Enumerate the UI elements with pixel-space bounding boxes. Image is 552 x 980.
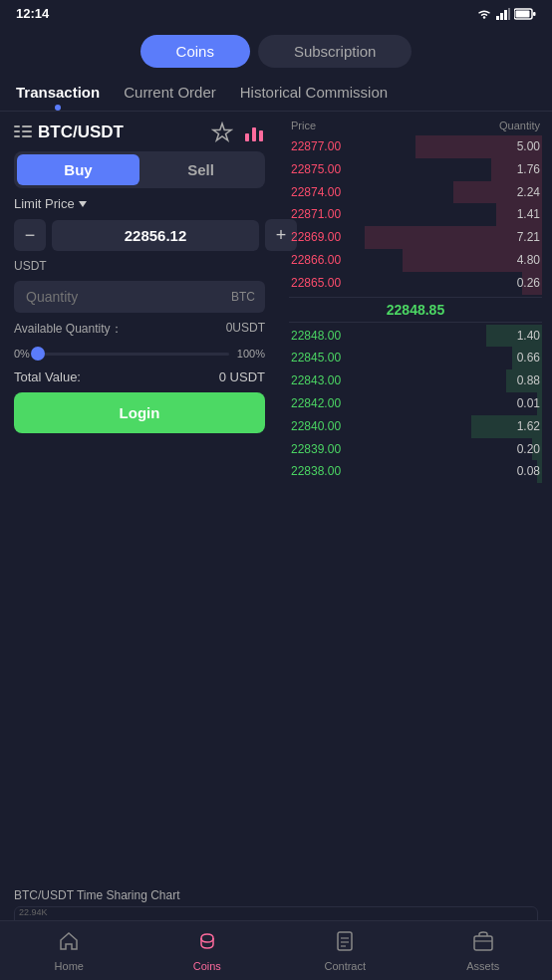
svg-rect-15 <box>259 130 263 141</box>
quantity-input-row: BTC <box>14 281 265 313</box>
svg-rect-14 <box>252 127 256 141</box>
star-icon[interactable] <box>211 122 233 143</box>
nav-assets-label: Assets <box>466 960 499 972</box>
top-tabs: Coins Subscription <box>0 27 552 76</box>
nav-home-label: Home <box>55 960 84 972</box>
nav-coins[interactable]: Coins <box>138 921 277 980</box>
svg-rect-11 <box>22 130 32 132</box>
pair-name[interactable]: BTC/USDT <box>14 122 124 142</box>
coins-icon <box>196 930 218 957</box>
mid-price: 22848.85 <box>289 297 542 323</box>
home-icon <box>58 930 80 957</box>
buy-order-4: 22842.00 0.01 <box>289 392 542 415</box>
total-value-row: Total Value: 0 USDT <box>14 369 265 384</box>
decrement-price-button[interactable]: − <box>14 219 46 251</box>
sell-order-7: 22865.00 0.26 <box>289 272 542 295</box>
dropdown-arrow-icon <box>79 201 87 207</box>
nav-contract[interactable]: Contract <box>276 921 414 980</box>
svg-rect-20 <box>474 936 492 950</box>
tab-subscription[interactable]: Subscription <box>258 35 413 68</box>
svg-rect-16 <box>338 932 352 950</box>
buy-button[interactable]: Buy <box>17 154 139 185</box>
nav-assets[interactable]: Assets <box>414 921 553 980</box>
chart-title: BTC/USDT Time Sharing Chart <box>14 888 538 902</box>
wifi-icon <box>476 8 492 20</box>
contract-icon <box>334 930 356 957</box>
sell-order-5: 22869.00 7.21 <box>289 226 542 249</box>
price-input-row: − + <box>14 219 265 251</box>
svg-rect-1 <box>500 13 503 20</box>
pair-action-icons <box>211 122 265 143</box>
svg-rect-10 <box>22 125 32 127</box>
buy-orders: 22848.00 1.40 22845.00 0.66 22843.00 0.8… <box>289 325 542 484</box>
svg-rect-2 <box>504 10 507 20</box>
main-content: BTC/USDT Buy Sell Limit Price <box>0 112 552 882</box>
subnav-current-order[interactable]: Current Order <box>124 76 216 111</box>
login-button[interactable]: Login <box>14 392 265 433</box>
sell-order-3: 22874.00 2.24 <box>289 181 542 204</box>
nav-contract-label: Contract <box>324 960 366 972</box>
sell-order-6: 22866.00 4.80 <box>289 249 542 272</box>
svg-rect-9 <box>14 135 20 137</box>
subnav-transaction[interactable]: Transaction <box>16 76 100 111</box>
battery-icon <box>514 8 536 20</box>
usdt-label: USDT <box>14 259 265 273</box>
svg-rect-6 <box>533 12 536 16</box>
order-book-header: Price Quantity <box>289 120 542 131</box>
limit-price-row: Limit Price <box>14 196 265 211</box>
svg-rect-8 <box>14 130 20 132</box>
svg-rect-3 <box>508 8 510 20</box>
sell-order-1: 22877.00 5.00 <box>289 135 542 158</box>
slider-row: 0% 100% <box>14 346 265 362</box>
price-input[interactable] <box>52 220 259 251</box>
nav-home[interactable]: Home <box>0 921 138 980</box>
sell-button[interactable]: Sell <box>139 154 262 185</box>
sell-orders: 22877.00 5.00 22875.00 1.76 22874.00 2.2… <box>289 135 542 295</box>
subnav-historical-commission[interactable]: Historical Commission <box>240 76 388 111</box>
status-time: 12:14 <box>16 6 49 21</box>
quantity-slider[interactable] <box>38 346 229 362</box>
buy-order-5: 22840.00 1.62 <box>289 415 542 438</box>
sub-nav: Transaction Current Order Historical Com… <box>0 76 552 112</box>
pair-row: BTC/USDT <box>14 122 265 143</box>
left-panel: BTC/USDT Buy Sell Limit Price <box>0 112 279 882</box>
svg-rect-12 <box>22 135 32 137</box>
sell-order-4: 22871.00 1.41 <box>289 203 542 226</box>
sell-order-2: 22875.00 1.76 <box>289 158 542 181</box>
available-row: Available Quantity： 0USDT <box>14 321 265 338</box>
svg-rect-7 <box>14 125 20 127</box>
tab-coins[interactable]: Coins <box>140 35 250 68</box>
status-icons <box>476 8 536 20</box>
svg-rect-13 <box>245 133 249 141</box>
bottom-nav: Home Coins Contract Assets <box>0 920 552 980</box>
quantity-suffix: BTC <box>231 290 255 304</box>
status-bar: 12:14 <box>0 0 552 27</box>
buy-order-3: 22843.00 0.88 <box>289 369 542 392</box>
assets-icon <box>472 930 494 957</box>
buy-order-7: 22838.00 0.08 <box>289 460 542 483</box>
svg-rect-5 <box>516 10 530 17</box>
svg-rect-0 <box>496 16 499 20</box>
buy-order-1: 22848.00 1.40 <box>289 325 542 348</box>
quantity-input[interactable] <box>14 281 265 313</box>
signal-icon <box>496 8 510 20</box>
order-book: Price Quantity 22877.00 5.00 22875.00 1.… <box>279 112 552 882</box>
buy-sell-toggle[interactable]: Buy Sell <box>14 151 265 188</box>
list-icon <box>14 125 32 139</box>
buy-order-2: 22845.00 0.66 <box>289 347 542 369</box>
chart-icon[interactable] <box>243 122 265 143</box>
nav-coins-label: Coins <box>193 960 221 972</box>
buy-order-6: 22839.00 0.20 <box>289 438 542 461</box>
